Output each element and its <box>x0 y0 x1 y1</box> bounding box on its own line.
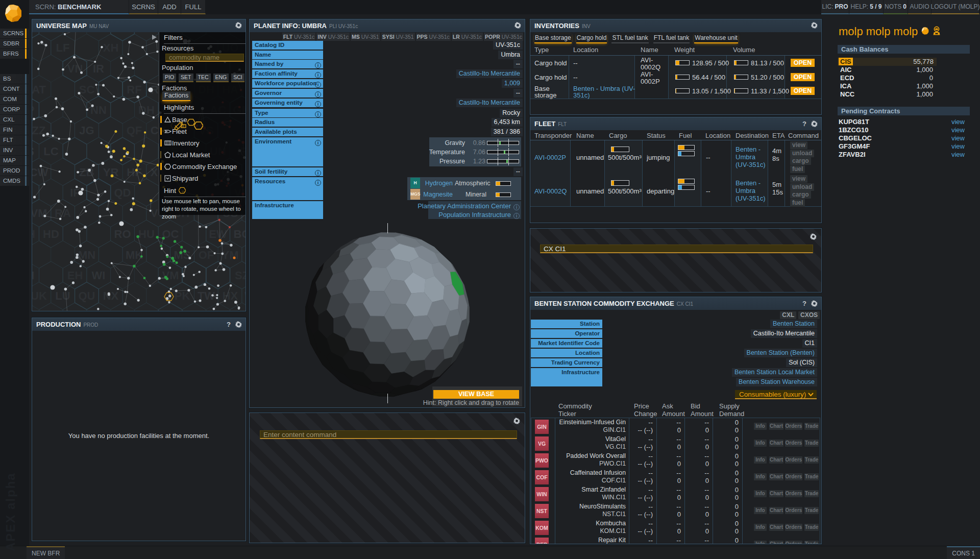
svg-text:UK: UK <box>32 289 47 302</box>
svg-text:YM: YM <box>222 249 239 261</box>
svg-text:XS: XS <box>115 310 130 311</box>
svg-text:WP: WP <box>244 289 246 302</box>
svg-text:QU: QU <box>79 289 95 302</box>
svg-text:RO: RO <box>114 228 131 240</box>
svg-text:TS: TS <box>32 145 34 158</box>
svg-text:HE: HE <box>32 32 35 34</box>
svg-text:CW: CW <box>32 166 48 179</box>
svg-text:MS: MS <box>174 249 191 261</box>
svg-text:NB: NB <box>43 32 59 34</box>
svg-text:CM: CM <box>233 310 246 311</box>
svg-text:LU: LU <box>55 289 70 302</box>
svg-text:WI: WI <box>92 269 106 282</box>
svg-text:JG: JG <box>79 124 94 137</box>
svg-text:NH: NH <box>32 228 35 240</box>
svg-text:AT: AT <box>32 83 46 96</box>
svg-text:BG: BG <box>234 228 246 240</box>
svg-text:XH: XH <box>103 41 119 54</box>
svg-text:EW: EW <box>209 228 227 240</box>
svg-text:QF: QF <box>127 124 142 137</box>
svg-text:VP: VP <box>32 104 35 116</box>
svg-text:ZB: ZB <box>79 166 94 179</box>
svg-text:LF: LF <box>56 41 70 54</box>
svg-text:IR: IR <box>93 62 104 75</box>
svg-text:HU: HU <box>138 228 155 240</box>
svg-text:IB: IB <box>165 310 176 311</box>
svg-text:SZ: SZ <box>235 269 246 282</box>
svg-text:YR: YR <box>103 166 119 179</box>
svg-text:XR: XR <box>43 310 59 311</box>
svg-text:MK: MK <box>126 249 143 261</box>
svg-text:EH: EH <box>67 269 83 282</box>
svg-text:LC: LC <box>43 145 58 158</box>
svg-text:VM: VM <box>162 269 179 282</box>
svg-text:QD: QD <box>114 186 131 199</box>
svg-text:VM: VM <box>32 207 47 220</box>
svg-text:YP: YP <box>186 310 201 311</box>
svg-text:KF: KF <box>210 310 225 311</box>
svg-text:LH: LH <box>32 269 35 282</box>
svg-text:HD: HD <box>43 228 59 240</box>
svg-text:RF: RF <box>127 83 141 96</box>
svg-text:GJ: GJ <box>139 310 154 311</box>
svg-text:SC: SC <box>79 83 95 96</box>
svg-text:MN: MN <box>78 249 95 261</box>
svg-text:NX: NX <box>103 289 119 302</box>
svg-text:HJ: HJ <box>32 310 34 311</box>
svg-text:DX: DX <box>67 310 83 311</box>
